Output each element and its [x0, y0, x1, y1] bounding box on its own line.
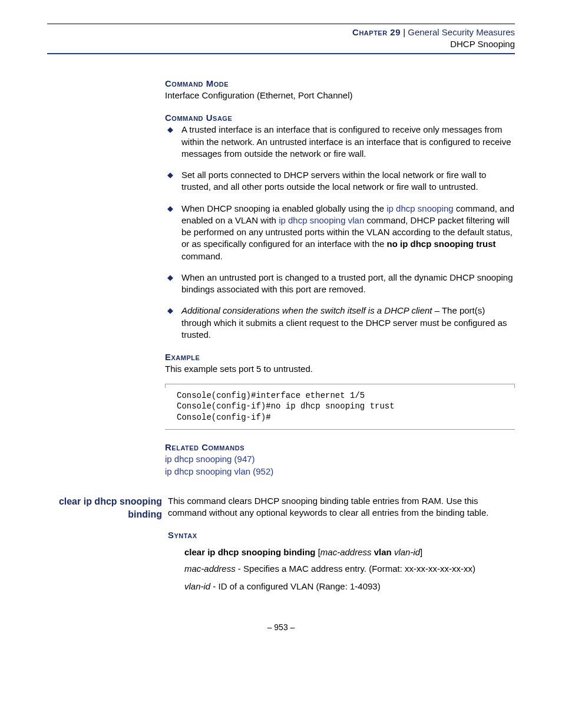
related-link-2[interactable]: ip dhcp snooping vlan (952): [165, 466, 515, 477]
text: [: [316, 547, 320, 557]
command-mode-text: Interface Configuration (Ethernet, Port …: [165, 90, 515, 101]
usage-bullet-2: Set all ports connected to DHCP servers …: [165, 169, 515, 193]
page-footer: – 953 –: [47, 622, 515, 633]
related-commands-heading: Related Commands: [165, 442, 515, 453]
command-name-sidebar: clear ip dhcp snooping binding: [47, 495, 168, 521]
section-title: DHCP Snooping: [450, 39, 515, 49]
command-mode-heading: Command Mode: [165, 78, 515, 90]
header-separator: |: [401, 27, 408, 37]
usage-bullet-4: When an untrusted port is changed to a t…: [165, 272, 515, 296]
usage-bullet-5: Additional considerations when the switc…: [165, 305, 515, 341]
param-name: vlan-id: [184, 581, 210, 591]
param-desc: - ID of a configured VLAN (Range: 1-4093…: [210, 581, 381, 591]
syntax-line: clear ip dhcp snooping binding [mac-addr…: [184, 546, 515, 558]
syntax-param: mac-address: [320, 547, 372, 557]
usage-bullet-1: A trusted interface is an interface that…: [165, 124, 515, 160]
main-content: Command Mode Interface Configuration (Et…: [165, 78, 515, 477]
param-desc: - Specifies a MAC address entry. (Format…: [236, 564, 475, 574]
chapter-label: Chapter 29: [352, 27, 401, 37]
example-heading: Example: [165, 351, 515, 363]
header-rule-thick: [47, 53, 515, 54]
syntax-heading: Syntax: [168, 529, 515, 541]
example-code-block: Console(config)#interface ethernet 1/5 C…: [165, 384, 515, 430]
param-name: mac-address: [184, 564, 236, 574]
syntax-keyword: vlan: [374, 547, 392, 557]
command-description: This command clears DHCP snooping bindin…: [168, 495, 515, 519]
command-entry: clear ip dhcp snooping binding This comm…: [47, 495, 515, 599]
parameter-list: mac-address - Specifies a MAC address en…: [184, 563, 515, 593]
header-rule-thin: [47, 24, 515, 24]
syntax-param: vlan-id: [392, 547, 420, 557]
example-text: This example sets port 5 to untrusted.: [165, 363, 515, 375]
page: Chapter 29 | General Security Measures D…: [0, 0, 562, 657]
parameter-mac-address: mac-address - Specifies a MAC address en…: [184, 563, 515, 575]
text: When DHCP snooping ia enabled globally u…: [181, 203, 386, 213]
usage-bullet-3: When DHCP snooping ia enabled globally u…: [165, 203, 515, 262]
usage-bullet-list: A trusted interface is an interface that…: [165, 124, 515, 341]
chapter-title-link[interactable]: General Security Measures: [408, 27, 515, 37]
link-ip-dhcp-snooping-vlan[interactable]: ip dhcp snooping vlan: [279, 215, 364, 225]
italic-note: Additional considerations when the switc…: [181, 305, 432, 315]
command-usage-heading: Command Usage: [165, 112, 515, 124]
running-header: Chapter 29 | General Security Measures D…: [47, 27, 515, 51]
command-body: This command clears DHCP snooping bindin…: [168, 495, 515, 599]
text: command.: [181, 251, 223, 261]
related-link-1[interactable]: ip dhcp snooping (947): [165, 453, 515, 465]
text: ]: [420, 547, 422, 557]
link-ip-dhcp-snooping[interactable]: ip dhcp snooping: [386, 203, 453, 213]
syntax-keyword: clear ip dhcp snooping binding: [184, 547, 316, 557]
bold-command: no ip dhcp snooping trust: [387, 239, 496, 249]
parameter-vlan-id: vlan-id - ID of a configured VLAN (Range…: [184, 581, 515, 592]
